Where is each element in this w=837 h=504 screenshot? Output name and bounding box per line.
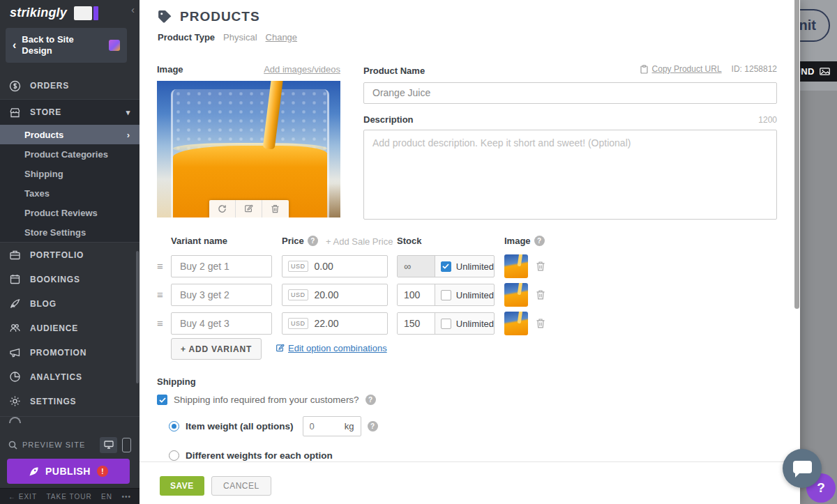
add-images-videos-link[interactable]: Add images/videos [264, 64, 340, 75]
sidebar-item-label: BLOG [30, 299, 56, 309]
take-tour-link[interactable]: TAKE TOUR [46, 493, 91, 501]
description-textarea[interactable] [363, 130, 777, 220]
unlimited-checkbox[interactable] [441, 319, 451, 329]
quill-icon [9, 298, 21, 310]
drag-handle-icon[interactable]: ≡ [157, 260, 163, 272]
variant-name-input[interactable] [171, 284, 272, 306]
delete-image-icon[interactable] [262, 200, 288, 217]
unlimited-checkbox[interactable] [441, 290, 451, 300]
sidebar-item-label: AUDIENCE [30, 323, 78, 333]
calendar-icon [9, 273, 21, 285]
desktop-preview-icon[interactable] [100, 437, 117, 453]
sidebar-item-product-reviews[interactable]: Product Reviews [0, 203, 140, 222]
shipping-label: Shipping [157, 376, 196, 387]
weight-input[interactable] [310, 421, 338, 432]
shipping-section: Shipping Shipping info required from you… [157, 376, 506, 461]
price-value: 22.00 [315, 318, 339, 329]
sidebar-item-blog[interactable]: BLOG [0, 291, 140, 316]
edit-option-combinations-link[interactable]: Edit option combinations [276, 343, 387, 353]
sidebar-item-analytics[interactable]: ANALYTICS [0, 365, 140, 389]
mobile-preview-icon[interactable] [122, 438, 131, 452]
cancel-button[interactable]: CANCEL [211, 476, 271, 496]
more-options-icon[interactable]: ••• [121, 493, 131, 501]
edit-icon [276, 344, 285, 353]
stock-group: Unlimited [397, 284, 495, 306]
item-weight-radio[interactable] [169, 421, 179, 432]
unlimited-checkbox[interactable] [441, 261, 451, 272]
image-help-icon[interactable]: ? [534, 236, 545, 246]
variant-name-input[interactable] [171, 312, 272, 335]
sidebar-item-settings[interactable]: SETTINGS [0, 389, 140, 413]
product-name-input[interactable] [363, 82, 777, 104]
replace-image-icon[interactable] [209, 200, 236, 217]
sidebar-item-label: ANALYTICS [30, 372, 82, 382]
sidebar-item-promotion[interactable]: PROMOTION [0, 340, 140, 365]
sidebar-item-products[interactable]: Products › [0, 125, 140, 144]
variant-name-input[interactable] [171, 255, 272, 277]
price-input[interactable]: USD 20.00 [282, 284, 388, 306]
sidebar-item-audience[interactable]: AUDIENCE [0, 316, 140, 340]
price-input[interactable]: USD 0.00 [282, 255, 388, 277]
sidebar-nav: ORDERS STORE ▾ Products › Product Catego… [0, 72, 140, 417]
sidebar-item-taxes[interactable]: Taxes [0, 183, 140, 203]
price-help-icon[interactable]: ? [308, 236, 318, 246]
preview-site-row: PREVIEW SITE [0, 434, 140, 456]
sidebar-item-shipping[interactable]: Shipping [0, 164, 140, 183]
price-input[interactable]: USD 22.00 [282, 312, 388, 335]
variants-table: Variant name Price ? + Add Sale Price St… [157, 236, 701, 335]
sidebar-item-orders[interactable]: ORDERS [0, 72, 140, 99]
product-image[interactable] [157, 81, 340, 217]
variant-row: ≡ USD 22.00 Unlimited [157, 312, 701, 335]
image-icon [820, 68, 830, 75]
sidebar-item-bookings[interactable]: BOOKINGS [0, 267, 140, 291]
stock-input[interactable] [404, 318, 435, 329]
edit-option-combinations-label: Edit option combinations [288, 343, 387, 353]
sidebar-item-label: BOOKINGS [30, 275, 80, 284]
back-to-site-design-button[interactable]: ‹ Back to Site Design [6, 28, 127, 63]
drag-handle-icon[interactable]: ≡ [157, 317, 163, 329]
weight-help-icon[interactable]: ? [368, 421, 378, 432]
variant-image-thumb[interactable] [504, 283, 528, 307]
sidebar: strikingly ‹ ‹ Back to Site Design ORDER… [0, 0, 140, 504]
char-count: 1200 [758, 115, 777, 125]
stock-input[interactable] [404, 289, 435, 300]
add-variant-button[interactable]: + ADD VARIANT [171, 338, 262, 360]
chevron-right-icon: › [127, 130, 130, 140]
variant-image-thumb[interactable] [504, 254, 528, 278]
variant-image-thumb[interactable] [504, 312, 528, 335]
modal-header: PRODUCTS [157, 9, 260, 24]
publish-button[interactable]: PUBLISH ! [7, 459, 130, 484]
sidebar-item-label: STORE [30, 107, 61, 117]
strikingly-logo: strikingly [10, 6, 98, 20]
sidebar-item-portfolio[interactable]: PORTFOLIO [0, 243, 140, 267]
change-type-link[interactable]: Change [266, 32, 298, 43]
exit-link[interactable]: ← EXIT [8, 493, 37, 501]
delete-variant-icon[interactable] [536, 261, 545, 271]
preview-site-label[interactable]: PREVIEW SITE [22, 441, 85, 449]
stock-value-disabled: ∞ [398, 256, 435, 277]
sidebar-divider [0, 416, 140, 417]
drag-handle-icon[interactable]: ≡ [157, 289, 163, 300]
copy-product-url-link[interactable]: Copy Product URL [652, 64, 722, 74]
language-selector[interactable]: EN [101, 493, 112, 501]
price-header: Price [282, 236, 304, 246]
sidebar-item-product-categories[interactable]: Product Categories [0, 144, 140, 164]
different-weights-radio[interactable] [169, 450, 179, 461]
shipping-help-icon[interactable]: ? [365, 395, 376, 405]
image-toolbar [209, 200, 289, 217]
save-button[interactable]: SAVE [160, 476, 204, 496]
unlimited-label: Unlimited [456, 261, 494, 272]
edit-image-icon[interactable] [236, 200, 262, 217]
publish-alert-badge: ! [97, 466, 108, 477]
unlimited-label: Unlimited [456, 319, 494, 329]
add-sale-price-link[interactable]: + Add Sale Price [326, 236, 393, 247]
sidebar-item-store-settings[interactable]: Store Settings [0, 222, 140, 242]
modal-scrollbar[interactable] [794, 0, 799, 309]
delete-variant-icon[interactable] [536, 289, 545, 300]
sidebar-item-store[interactable]: STORE ▾ [0, 100, 140, 125]
chat-widget-button[interactable] [783, 449, 822, 488]
shipping-required-checkbox[interactable] [157, 395, 167, 405]
collapse-sidebar-icon[interactable]: ‹ [131, 3, 135, 15]
sidebar-scrollbar[interactable] [136, 251, 139, 383]
delete-variant-icon[interactable] [536, 318, 545, 328]
